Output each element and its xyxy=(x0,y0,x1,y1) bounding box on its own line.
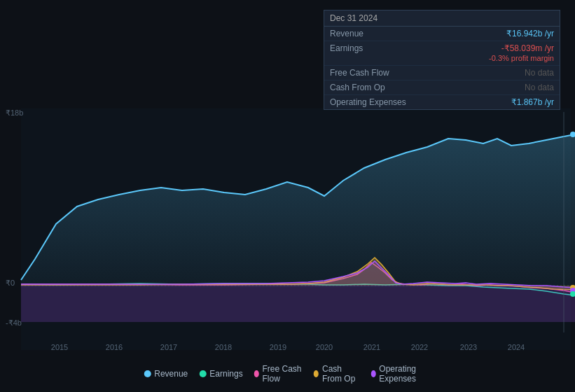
legend-item-opex[interactable]: Operating Expenses xyxy=(370,364,431,384)
y-label-18b: ₹18b xyxy=(6,108,23,118)
x-label-2015: 2015 xyxy=(51,343,68,351)
tooltip-row-fcf: Free Cash Flow No data xyxy=(324,66,560,80)
legend-item-earnings[interactable]: Earnings xyxy=(199,369,242,379)
tooltip-label-fcf: Free Cash Flow xyxy=(330,68,389,78)
tooltip-value-cashfromop: No data xyxy=(525,83,554,92)
x-label-2019: 2019 xyxy=(270,343,286,351)
tooltip-row-cashfromop: Cash From Op No data xyxy=(324,80,560,95)
tooltip-value-earnings: -₹58.039m /yr xyxy=(501,43,554,53)
tooltip-label-revenue: Revenue xyxy=(330,29,363,38)
legend-dot-fcf xyxy=(254,370,259,377)
x-label-2016: 2016 xyxy=(106,343,123,351)
legend-label-earnings: Earnings xyxy=(209,369,242,379)
tooltip-label-opex: Operating Expenses xyxy=(330,97,406,107)
chart-legend: Revenue Earnings Free Cash Flow Cash Fro… xyxy=(144,364,431,384)
y-label-0: ₹0 xyxy=(6,279,15,288)
legend-label-cashfromop: Cash From Op xyxy=(322,364,360,384)
tooltip-row-revenue: Revenue ₹16.942b /yr xyxy=(324,27,560,41)
x-label-2017: 2017 xyxy=(160,343,177,351)
x-label-2018: 2018 xyxy=(215,343,232,351)
tooltip-label-earnings: Earnings xyxy=(330,43,363,63)
legend-label-revenue: Revenue xyxy=(154,369,188,379)
x-label-2024: 2024 xyxy=(508,343,525,351)
legend-item-revenue[interactable]: Revenue xyxy=(144,369,188,379)
x-label-2022: 2022 xyxy=(411,343,428,351)
legend-label-fcf: Free Cash Flow xyxy=(262,364,303,384)
tooltip-value-fcf: No data xyxy=(525,68,554,78)
legend-item-fcf[interactable]: Free Cash Flow xyxy=(254,364,303,384)
tooltip-row-earnings: Earnings -₹58.039m /yr -0.3% profit marg… xyxy=(324,41,560,66)
y-label-neg4b: -₹4b xyxy=(6,318,22,328)
legend-dot-earnings xyxy=(199,370,206,377)
chart-area: ₹18b ₹0 -₹4b 2015 2016 2017 2018 2019 20… xyxy=(0,0,575,392)
x-label-2020: 2020 xyxy=(316,343,333,351)
x-label-2021: 2021 xyxy=(363,343,380,351)
legend-dot-revenue xyxy=(144,370,151,377)
legend-label-opex: Operating Expenses xyxy=(379,364,431,384)
tooltip-profit-margin: -0.3% profit margin xyxy=(489,54,554,62)
legend-item-cashfromop[interactable]: Cash From Op xyxy=(314,364,359,384)
tooltip-value-opex: ₹1.867b /yr xyxy=(511,97,554,107)
tooltip-row-opex: Operating Expenses ₹1.867b /yr xyxy=(324,95,560,109)
tooltip-title: Dec 31 2024 xyxy=(324,10,560,27)
legend-dot-opex xyxy=(370,370,375,377)
tooltip-box: Dec 31 2024 Revenue ₹16.942b /yr Earning… xyxy=(324,10,560,110)
tooltip-label-cashfromop: Cash From Op xyxy=(330,83,385,92)
x-label-2023: 2023 xyxy=(460,343,477,351)
tooltip-value-revenue: ₹16.942b /yr xyxy=(506,29,554,38)
legend-dot-cashfromop xyxy=(314,370,319,377)
